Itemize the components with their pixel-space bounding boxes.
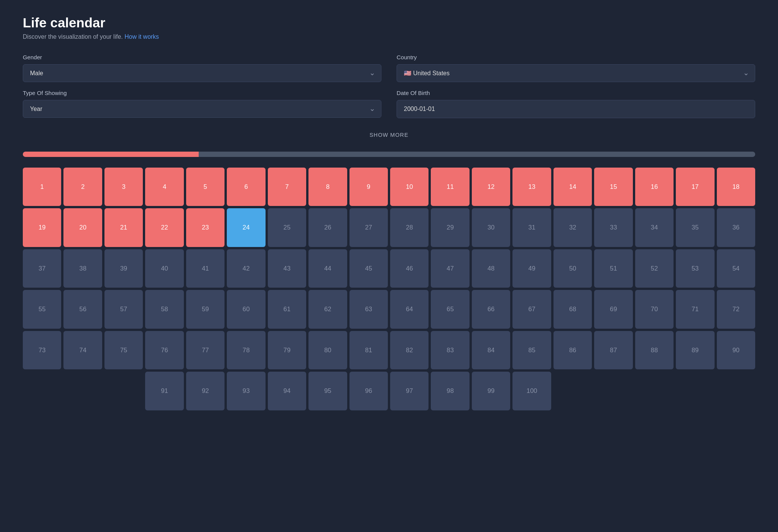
calendar-cell[interactable]: 59 (186, 290, 225, 328)
gender-select[interactable]: Male Female (23, 64, 381, 82)
calendar-cell[interactable]: 64 (390, 290, 429, 328)
calendar-cell[interactable]: 70 (635, 290, 674, 328)
calendar-cell[interactable]: 56 (63, 290, 102, 328)
calendar-cell[interactable]: 21 (104, 208, 143, 247)
calendar-cell[interactable]: 62 (308, 290, 347, 328)
calendar-cell[interactable]: 47 (431, 249, 469, 288)
calendar-cell[interactable]: 23 (186, 208, 225, 247)
calendar-cell[interactable]: 80 (308, 331, 347, 369)
calendar-cell[interactable]: 32 (553, 208, 592, 247)
calendar-cell[interactable]: 61 (268, 290, 306, 328)
calendar-cell[interactable]: 38 (63, 249, 102, 288)
calendar-cell[interactable]: 89 (676, 331, 714, 369)
calendar-cell[interactable]: 11 (431, 168, 469, 206)
calendar-cell[interactable]: 39 (104, 249, 143, 288)
calendar-cell[interactable]: 93 (227, 372, 265, 410)
calendar-cell[interactable]: 87 (594, 331, 633, 369)
calendar-cell[interactable]: 45 (349, 249, 388, 288)
calendar-cell[interactable]: 71 (676, 290, 714, 328)
calendar-cell[interactable]: 72 (717, 290, 755, 328)
calendar-cell[interactable]: 22 (145, 208, 183, 247)
calendar-cell[interactable]: 86 (553, 331, 592, 369)
calendar-cell[interactable]: 79 (268, 331, 306, 369)
calendar-cell[interactable]: 96 (349, 372, 388, 410)
calendar-cell[interactable]: 24 (227, 208, 265, 247)
calendar-cell[interactable]: 91 (145, 372, 183, 410)
calendar-cell[interactable]: 81 (349, 331, 388, 369)
calendar-cell[interactable]: 68 (553, 290, 592, 328)
calendar-cell[interactable]: 51 (594, 249, 633, 288)
calendar-cell[interactable]: 1 (23, 168, 61, 206)
calendar-cell[interactable]: 83 (431, 331, 469, 369)
calendar-cell[interactable]: 42 (227, 249, 265, 288)
country-select[interactable]: 🇺🇸 United States 🇬🇧 United Kingdom 🇨🇦 Ca… (397, 64, 755, 82)
calendar-cell[interactable]: 99 (472, 372, 510, 410)
calendar-cell[interactable]: 53 (676, 249, 714, 288)
calendar-cell[interactable]: 37 (23, 249, 61, 288)
calendar-cell[interactable]: 3 (104, 168, 143, 206)
how-it-works-link[interactable]: How it works (125, 33, 159, 40)
calendar-cell[interactable]: 4 (145, 168, 183, 206)
calendar-cell[interactable]: 44 (308, 249, 347, 288)
calendar-cell[interactable]: 48 (472, 249, 510, 288)
calendar-cell[interactable]: 46 (390, 249, 429, 288)
calendar-cell[interactable]: 5 (186, 168, 225, 206)
calendar-cell[interactable]: 29 (431, 208, 469, 247)
calendar-cell[interactable]: 43 (268, 249, 306, 288)
calendar-cell[interactable]: 66 (472, 290, 510, 328)
calendar-cell[interactable]: 76 (145, 331, 183, 369)
calendar-cell[interactable]: 40 (145, 249, 183, 288)
calendar-cell[interactable]: 49 (512, 249, 551, 288)
calendar-cell[interactable]: 54 (717, 249, 755, 288)
calendar-cell[interactable]: 58 (145, 290, 183, 328)
calendar-cell[interactable]: 69 (594, 290, 633, 328)
calendar-cell[interactable]: 88 (635, 331, 674, 369)
calendar-cell[interactable]: 84 (472, 331, 510, 369)
calendar-cell[interactable]: 67 (512, 290, 551, 328)
calendar-cell[interactable]: 26 (308, 208, 347, 247)
calendar-cell[interactable]: 41 (186, 249, 225, 288)
calendar-cell[interactable]: 16 (635, 168, 674, 206)
calendar-cell[interactable]: 14 (553, 168, 592, 206)
calendar-cell[interactable]: 55 (23, 290, 61, 328)
calendar-cell[interactable]: 52 (635, 249, 674, 288)
calendar-cell[interactable]: 94 (268, 372, 306, 410)
dob-input[interactable] (397, 100, 755, 118)
calendar-cell[interactable]: 65 (431, 290, 469, 328)
calendar-cell[interactable]: 34 (635, 208, 674, 247)
calendar-cell[interactable]: 92 (186, 372, 225, 410)
calendar-cell[interactable]: 50 (553, 249, 592, 288)
calendar-cell[interactable]: 75 (104, 331, 143, 369)
calendar-cell[interactable]: 8 (308, 168, 347, 206)
calendar-cell[interactable]: 27 (349, 208, 388, 247)
calendar-cell[interactable]: 98 (431, 372, 469, 410)
calendar-cell[interactable]: 97 (390, 372, 429, 410)
calendar-cell[interactable]: 33 (594, 208, 633, 247)
calendar-cell[interactable]: 9 (349, 168, 388, 206)
calendar-cell[interactable]: 95 (308, 372, 347, 410)
calendar-cell[interactable]: 36 (717, 208, 755, 247)
calendar-cell[interactable]: 73 (23, 331, 61, 369)
showing-select[interactable]: Year Month Week (23, 100, 381, 118)
calendar-cell[interactable]: 35 (676, 208, 714, 247)
calendar-cell[interactable]: 7 (268, 168, 306, 206)
calendar-cell[interactable]: 30 (472, 208, 510, 247)
show-more-button[interactable]: SHOW MORE (23, 126, 755, 144)
calendar-cell[interactable]: 2 (63, 168, 102, 206)
calendar-cell[interactable]: 12 (472, 168, 510, 206)
calendar-cell[interactable]: 78 (227, 331, 265, 369)
calendar-cell[interactable]: 60 (227, 290, 265, 328)
calendar-cell[interactable]: 74 (63, 331, 102, 369)
calendar-cell[interactable]: 85 (512, 331, 551, 369)
calendar-cell[interactable]: 13 (512, 168, 551, 206)
calendar-cell[interactable]: 18 (717, 168, 755, 206)
calendar-cell[interactable]: 19 (23, 208, 61, 247)
calendar-cell[interactable]: 6 (227, 168, 265, 206)
calendar-cell[interactable]: 77 (186, 331, 225, 369)
calendar-cell[interactable]: 100 (512, 372, 551, 410)
calendar-cell[interactable]: 15 (594, 168, 633, 206)
calendar-cell[interactable]: 20 (63, 208, 102, 247)
calendar-cell[interactable]: 10 (390, 168, 429, 206)
calendar-cell[interactable]: 57 (104, 290, 143, 328)
calendar-cell[interactable]: 90 (717, 331, 755, 369)
